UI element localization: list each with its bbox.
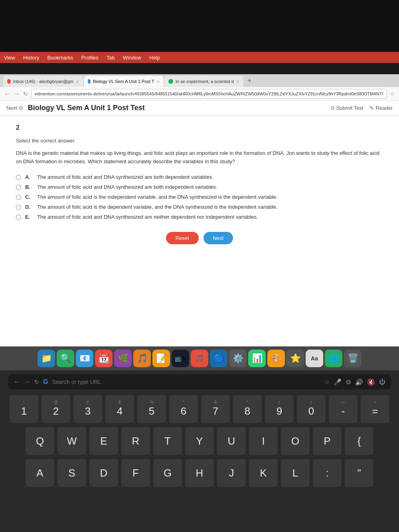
kb-volume-icon[interactable]: 🔊 bbox=[355, 378, 363, 386]
key-quote[interactable]: " bbox=[345, 459, 373, 487]
dock-icon-text[interactable]: Aa bbox=[306, 350, 323, 367]
key-0[interactable]: ) 0 bbox=[297, 395, 326, 423]
kb-settings-icon[interactable]: ⚙ bbox=[346, 378, 351, 386]
tab-bar: Inbox (146) - alexbgbryan@gm × Biology V… bbox=[0, 74, 399, 87]
key-t[interactable]: T bbox=[153, 427, 182, 455]
dock-icon-chrome[interactable]: 🌐 bbox=[325, 350, 342, 367]
key-s[interactable]: S bbox=[57, 459, 86, 487]
key-2[interactable]: @ 2 bbox=[41, 395, 70, 423]
dock-icon-bar[interactable]: 📊 bbox=[248, 350, 266, 367]
kb-star-icon[interactable]: ☆ bbox=[324, 378, 330, 386]
question-text: DNA is the genetic material that makes u… bbox=[16, 149, 383, 166]
key-equals[interactable]: + = bbox=[361, 395, 389, 423]
key-r[interactable]: R bbox=[121, 427, 150, 455]
dock-icon-mail[interactable]: 📧 bbox=[76, 350, 93, 367]
text-a: The amount of folic acid and DNA synthes… bbox=[37, 174, 213, 180]
tab-close-biology[interactable]: × bbox=[156, 79, 160, 85]
key-7[interactable]: & 7 bbox=[201, 395, 230, 423]
tab-experiment[interactable]: In an experiment, a scientist d × bbox=[164, 76, 243, 87]
key-minus[interactable]: — - bbox=[329, 395, 358, 423]
key-8[interactable]: * 8 bbox=[233, 395, 262, 423]
kb-mic-icon[interactable]: 🎤 bbox=[334, 378, 342, 386]
next-question-button[interactable]: Next bbox=[203, 232, 233, 244]
radio-b[interactable] bbox=[16, 185, 21, 190]
dock-icon-calendar[interactable]: 📆 bbox=[95, 350, 113, 367]
reload-button[interactable]: ↻ bbox=[23, 91, 28, 97]
tab-close-inbox[interactable]: × bbox=[76, 79, 79, 85]
tab-inbox[interactable]: Inbox (146) - alexbgbryan@gm × bbox=[3, 76, 83, 87]
kb-power-icon[interactable]: ⏻ bbox=[379, 378, 385, 386]
kb-back-button[interactable]: ← bbox=[14, 378, 20, 386]
reader-button[interactable]: ✎ Reader bbox=[369, 105, 393, 111]
dock-icon-music2[interactable]: 🎵 bbox=[191, 350, 208, 367]
bookmark-icon[interactable]: ☆ bbox=[390, 91, 395, 97]
radio-c[interactable] bbox=[16, 195, 21, 200]
menu-item-profiles[interactable]: Profiles bbox=[81, 55, 98, 61]
kb-reload-button[interactable]: ↻ bbox=[34, 379, 39, 385]
submit-test-button[interactable]: ⊙ Submit Test bbox=[330, 105, 363, 111]
radio-a[interactable] bbox=[16, 175, 21, 180]
dock-icon-star[interactable]: ⭐ bbox=[286, 350, 304, 367]
key-5[interactable]: % 5 bbox=[137, 395, 166, 423]
menu-item-window[interactable]: Window bbox=[123, 55, 141, 61]
key-g[interactable]: G bbox=[153, 459, 182, 487]
dock-icon-search[interactable]: 🔍 bbox=[57, 350, 74, 367]
key-f[interactable]: F bbox=[121, 459, 150, 487]
kb-mute-icon[interactable]: 🔇 bbox=[367, 378, 375, 386]
key-a[interactable]: A bbox=[26, 459, 54, 487]
key-d[interactable]: D bbox=[89, 459, 118, 487]
key-e[interactable]: E bbox=[89, 427, 118, 455]
dock-icon-files[interactable]: 📁 bbox=[38, 350, 55, 367]
asdf-row: A S D F G H J K L : " bbox=[8, 459, 391, 487]
dock-icon-settings[interactable]: ⚙️ bbox=[229, 350, 247, 367]
key-semicolon[interactable]: : bbox=[313, 459, 342, 487]
key-w[interactable]: W bbox=[57, 427, 86, 455]
dock-icon-music[interactable]: 🎵 bbox=[133, 350, 151, 367]
key-k[interactable]: K bbox=[249, 459, 278, 487]
address-bar: ← → ↻ ☆ bbox=[0, 87, 399, 101]
tab-close-experiment[interactable]: × bbox=[236, 79, 239, 85]
url-input[interactable] bbox=[31, 89, 387, 99]
dock-icon-tv[interactable]: 📺tv bbox=[172, 350, 189, 367]
menu-item-tab[interactable]: Tab bbox=[107, 55, 115, 61]
dock-icon-photos[interactable]: 🌿 bbox=[114, 350, 132, 367]
key-9[interactable]: ( 9 bbox=[265, 395, 294, 423]
page-title: Biology VL Sem A Unit 1 Post Test bbox=[28, 104, 145, 112]
keyboard-area: ← → ↻ G ☆ 🎤 ⚙ 🔊 🔇 ⏻ ! 1 @ 2 # 3 bbox=[0, 370, 399, 532]
key-u[interactable]: U bbox=[217, 427, 246, 455]
key-l[interactable]: L bbox=[281, 459, 310, 487]
menu-item-bookmarks[interactable]: Bookmarks bbox=[47, 55, 73, 61]
dock-icon-notes[interactable]: 📝 bbox=[152, 350, 170, 367]
tab-biology[interactable]: Biology VL Sem A Unit 1 Post T × bbox=[84, 76, 164, 87]
forward-button[interactable]: → bbox=[14, 90, 20, 97]
reset-button[interactable]: Reset bbox=[166, 232, 199, 244]
key-y[interactable]: Y bbox=[185, 427, 214, 455]
key-o[interactable]: O bbox=[281, 427, 310, 455]
dock-icon-safari[interactable]: 🔵 bbox=[210, 350, 227, 367]
key-j[interactable]: J bbox=[217, 459, 246, 487]
kb-forward-button[interactable]: → bbox=[24, 378, 30, 386]
key-openbrace[interactable]: { bbox=[345, 427, 373, 455]
next-header-button[interactable]: Next ⊙ bbox=[6, 105, 23, 111]
key-4[interactable]: $ 4 bbox=[105, 395, 134, 423]
key-i[interactable]: I bbox=[249, 427, 278, 455]
label-e: E. bbox=[25, 214, 33, 220]
kb-search-input[interactable] bbox=[52, 379, 320, 385]
reader-label: Reader bbox=[375, 105, 393, 111]
qwerty-row: Q W E R T Y U I O P { bbox=[8, 427, 391, 455]
key-h[interactable]: H bbox=[185, 459, 214, 487]
menu-item-help[interactable]: Help bbox=[149, 55, 160, 61]
dock-icon-trash[interactable]: 🗑️ bbox=[344, 350, 361, 367]
back-button[interactable]: ← bbox=[4, 90, 10, 97]
radio-e[interactable] bbox=[16, 215, 21, 220]
new-tab-button[interactable]: + bbox=[244, 77, 255, 85]
menu-item-view[interactable]: View bbox=[4, 55, 15, 61]
key-1[interactable]: ! 1 bbox=[10, 395, 38, 423]
menu-item-history[interactable]: History bbox=[23, 55, 39, 61]
key-p[interactable]: P bbox=[313, 427, 342, 455]
key-3[interactable]: # 3 bbox=[73, 395, 102, 423]
radio-d[interactable] bbox=[16, 205, 21, 210]
dock-icon-paint[interactable]: 🎨 bbox=[267, 350, 285, 367]
key-6[interactable]: ^ 6 bbox=[169, 395, 198, 423]
key-q[interactable]: Q bbox=[26, 427, 54, 455]
